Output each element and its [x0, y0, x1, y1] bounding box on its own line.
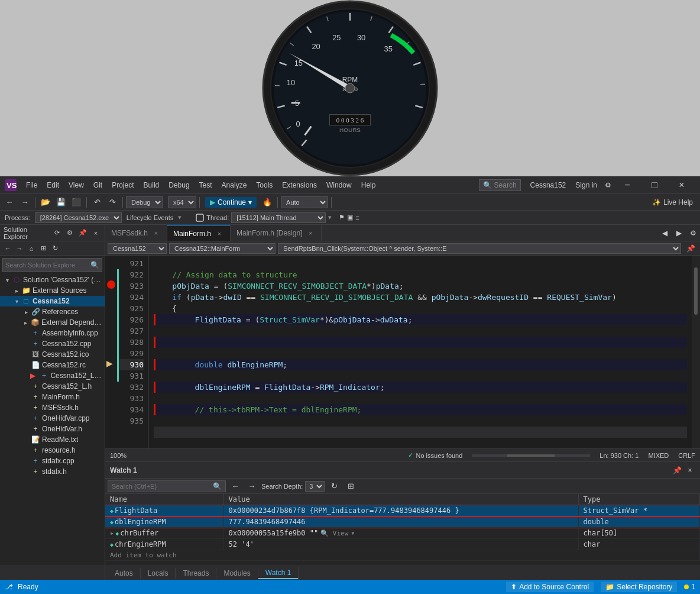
tree-cessna-rc[interactable]: 📄 Cessna152.rc: [0, 360, 105, 370]
watch-forward-btn[interactable]: →: [245, 480, 259, 493]
save-all-button[interactable]: ⬛: [69, 196, 83, 209]
tree-cessna-l-cpp[interactable]: ▶ + Cessna152_L.cpp: [0, 370, 105, 381]
scroll-thumb[interactable]: [694, 267, 698, 315]
debug-config-dropdown[interactable]: Debug: [126, 196, 163, 208]
undo-button[interactable]: ↶: [90, 196, 104, 209]
sign-in-button[interactable]: Sign in: [571, 179, 602, 192]
tree-readme[interactable]: 📝 ReadMe.txt: [0, 434, 105, 445]
add-source-control-btn[interactable]: ⬆ Add to Source Control: [506, 582, 594, 592]
hot-reload-button[interactable]: 🔥: [260, 196, 274, 209]
btab-autos[interactable]: Autos: [108, 568, 141, 579]
sidebar-close-btn[interactable]: ×: [90, 228, 101, 238]
menu-tools[interactable]: Tools: [251, 179, 277, 192]
maximize-button[interactable]: □: [641, 176, 668, 194]
btab-threads[interactable]: Threads: [176, 568, 216, 579]
watch-row-chrbuffer[interactable]: ▸ ◆ chrBuffer 0x00000055a15fe9b0 "" 🔍 Vi…: [105, 528, 700, 539]
sidebar-settings-btn[interactable]: ⚙: [64, 228, 75, 238]
watch-back-btn[interactable]: ←: [228, 480, 242, 493]
add-watch-row[interactable]: Add item to watch: [105, 550, 700, 561]
tab-mainform[interactable]: MainForm.h ×: [167, 225, 231, 241]
menu-view[interactable]: View: [64, 179, 89, 192]
member-nav-dropdown[interactable]: SendRptsBnn_Click(System::Object ^ sende…: [278, 243, 681, 254]
tree-external-sources[interactable]: ▸ 📁 External Sources: [0, 285, 105, 296]
save-button[interactable]: 💾: [54, 196, 68, 209]
sidebar-sync-btn[interactable]: ⟳: [51, 228, 62, 238]
notification-area[interactable]: 1: [684, 583, 695, 591]
auto-dropdown[interactable]: Auto: [281, 196, 328, 208]
menu-debug[interactable]: Debug: [164, 179, 194, 192]
watch-close-btn[interactable]: ×: [685, 465, 695, 476]
sidebar-tb-filter[interactable]: ⊞: [38, 243, 48, 254]
watch-expand-chrbuffer[interactable]: ▸: [110, 529, 114, 537]
sidebar-tb-refresh[interactable]: ↻: [50, 243, 60, 254]
tb-icon-2[interactable]: ▣: [347, 214, 353, 221]
menu-git[interactable]: Git: [89, 179, 107, 192]
sidebar-search-input[interactable]: [5, 262, 88, 269]
menu-help[interactable]: Help: [357, 179, 381, 192]
tree-stdafx-cpp[interactable]: + stdafx.cpp: [0, 456, 105, 466]
tb-icon-3[interactable]: ≡: [355, 214, 359, 221]
watch-row-flightdata[interactable]: ◆ FlightData 0x00000234d7b867f8 {RPM_Ind…: [105, 505, 700, 516]
tab-settings-btn[interactable]: ⚙: [686, 225, 700, 241]
menu-file[interactable]: File: [21, 179, 42, 192]
live-help-button[interactable]: ✨ Live Help: [647, 197, 698, 208]
zoom-level[interactable]: 100%: [110, 452, 127, 459]
forward-button[interactable]: →: [18, 196, 32, 209]
sidebar-tb-forward[interactable]: →: [14, 243, 25, 254]
thread-dropdown[interactable]: [15112] Main Thread: [231, 212, 326, 223]
watch-expand-btn[interactable]: ⊞: [343, 480, 358, 493]
tree-onehidvar-cpp[interactable]: + OneHidVar.cpp: [0, 413, 105, 424]
watch-refresh-btn[interactable]: ↻: [327, 480, 341, 493]
tree-solution[interactable]: ▾ ⬡ Solution 'Cessna152' (1 project): [0, 275, 105, 285]
tree-msfssdk-h[interactable]: + MSFSsdk.h: [0, 402, 105, 413]
tree-cessna-l-h[interactable]: + Cessna152_L.h: [0, 381, 105, 392]
close-button[interactable]: ×: [668, 176, 695, 194]
select-repository-btn[interactable]: 📁 Select Repository: [601, 582, 677, 592]
tree-project[interactable]: ▾ □ Cessna152: [0, 296, 105, 306]
btab-modules[interactable]: Modules: [216, 568, 258, 579]
tree-resource-h[interactable]: + resource.h: [0, 445, 105, 456]
tab-nav-left[interactable]: ◀: [657, 225, 672, 241]
sidebar-tb-back[interactable]: ←: [2, 243, 13, 254]
menu-search-bar[interactable]: 🔍 Search: [479, 179, 521, 191]
tree-assemblyinfo[interactable]: + AssemblyInfo.cpp: [0, 328, 105, 338]
depth-select[interactable]: 3: [305, 481, 325, 492]
continue-button[interactable]: ▶ Continue ▾: [205, 197, 257, 208]
tb-icon-1[interactable]: ⚑: [339, 214, 345, 221]
tree-cessna-cpp[interactable]: + Cessna152.cpp: [0, 338, 105, 349]
menu-edit[interactable]: Edit: [42, 179, 64, 192]
menu-build[interactable]: Build: [139, 179, 164, 192]
tab-mainform-close[interactable]: ×: [215, 229, 224, 238]
menu-test[interactable]: Test: [195, 179, 217, 192]
add-watch-label[interactable]: Add item to watch: [105, 550, 700, 561]
open-file-button[interactable]: 📂: [38, 196, 53, 209]
btab-watch1[interactable]: Watch 1: [258, 567, 299, 579]
tab-mainform-design-close[interactable]: ×: [306, 228, 315, 238]
code-content[interactable]: // Assign data to structure pObjData = (…: [149, 256, 692, 448]
tree-cessna-ico[interactable]: 🖼 Cessna152.ico: [0, 349, 105, 360]
process-dropdown[interactable]: [28264] Cessna152.exe: [35, 212, 122, 223]
redo-button[interactable]: ↷: [105, 196, 119, 209]
watch-row-chrenginerpm[interactable]: ◆ chrEngineRPM 52 '4' char: [105, 539, 700, 550]
tree-onehidvar-h[interactable]: + OneHidVar.h: [0, 424, 105, 434]
git-status[interactable]: ⎇: [5, 583, 13, 591]
tab-nav-right[interactable]: ▶: [672, 225, 686, 241]
watch-search-input[interactable]: [112, 483, 210, 490]
editor-scrollbar[interactable]: [692, 256, 700, 448]
sidebar-tb-home[interactable]: ⌂: [26, 243, 37, 254]
btab-locals[interactable]: Locals: [141, 568, 176, 579]
breakpoint-923[interactable]: [107, 280, 115, 289]
tab-mainform-design[interactable]: MainForm.h [Design] ×: [231, 225, 322, 241]
minimize-button[interactable]: −: [614, 176, 641, 194]
tree-mainform-h[interactable]: + MainForm.h: [0, 392, 105, 402]
watch-pin-btn[interactable]: 📌: [672, 465, 682, 476]
menu-project[interactable]: Project: [107, 179, 138, 192]
tree-references[interactable]: ▸ 🔗 References: [0, 306, 105, 317]
menu-analyze[interactable]: Analyze: [217, 179, 252, 192]
view-btn-chrbuffer[interactable]: 🔍 View: [320, 530, 348, 537]
tab-msfssdk-close[interactable]: ×: [151, 228, 161, 238]
platform-dropdown[interactable]: x64: [168, 196, 196, 208]
tab-msfssdk[interactable]: MSFSsdk.h ×: [105, 225, 167, 241]
settings-icon[interactable]: ⚙: [602, 179, 614, 191]
class-nav-dropdown[interactable]: Cessna152::MainForm: [169, 243, 276, 254]
